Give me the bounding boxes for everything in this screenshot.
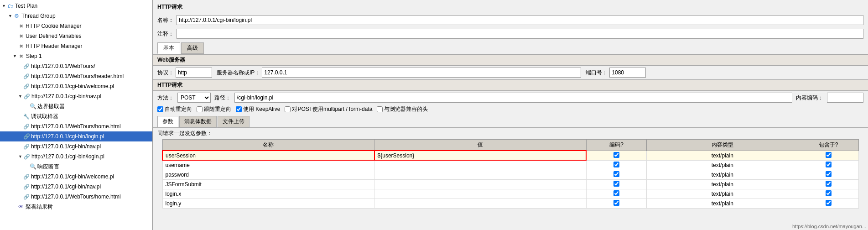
- sidebar-item-cookie[interactable]: ✖ HTTP Cookie Manager: [0, 21, 152, 31]
- checkbox-include-3[interactable]: [826, 181, 832, 187]
- sidebar-item-header[interactable]: ✖ HTTP Header Manager: [0, 41, 152, 51]
- sidebar-item-req11[interactable]: 🔗 http://127.0.0.1/WebTours/home.html: [0, 192, 152, 202]
- cell-name-3[interactable]: JSFormSubmit: [162, 179, 374, 189]
- sidebar-item-extractor[interactable]: 🔍 边界提取器: [0, 101, 152, 111]
- cell-name-0[interactable]: userSession: [162, 151, 374, 160]
- sidebar-item-req2[interactable]: 🔗 http://127.0.0.1/WebTours/header.html: [0, 71, 152, 81]
- method-select[interactable]: POST GET PUT DELETE: [177, 93, 211, 103]
- comment-input[interactable]: [177, 29, 863, 39]
- tab-advanced[interactable]: 高级: [181, 42, 204, 54]
- req9-icon: 🔗: [23, 173, 30, 180]
- sidebar-item-req6[interactable]: 🔗 http://127.0.0.1/cgi-bin/login.pl: [0, 131, 152, 141]
- sidebar-item-req3[interactable]: 🔗 http://127.0.0.1/cgi-bin/welcome.pl: [0, 81, 152, 91]
- checkbox-encoded-3[interactable]: [613, 181, 619, 187]
- sidebar-label-testplan: Test Plan: [15, 2, 37, 10]
- sidebar-item-step1[interactable]: ✖ Step 1: [0, 51, 152, 61]
- req1-icon: 🔗: [23, 63, 30, 70]
- tab-body-data[interactable]: 消息体数据: [179, 116, 217, 127]
- checkbox-auto-redirect[interactable]: [157, 106, 163, 112]
- thread-icon: ⚙: [13, 12, 21, 20]
- name-label: 名称：: [157, 16, 174, 24]
- sidebar-label-listener: 聚看结果树: [26, 203, 53, 211]
- checkbox-encoded-1[interactable]: [613, 162, 619, 167]
- port-input[interactable]: [609, 68, 646, 78]
- sidebar-label-step1: Step 1: [26, 52, 42, 60]
- checkbox-include-4[interactable]: [826, 190, 832, 196]
- sidebar-item-req8[interactable]: 🔗 http://127.0.0.1/cgi-bin/login.pl: [0, 152, 152, 162]
- checkbox-include-1[interactable]: [826, 162, 832, 167]
- server-input[interactable]: [262, 68, 581, 78]
- cell-name-1[interactable]: username: [162, 160, 374, 170]
- cell-name-2[interactable]: password: [162, 170, 374, 179]
- params-table: 名称 值 编码? 内容类型 包含于? userSession ${userSes…: [162, 139, 859, 209]
- table-row: login.y text/plain: [162, 199, 859, 208]
- checkbox-encoded-0[interactable]: [613, 152, 619, 158]
- protocol-input[interactable]: [176, 68, 212, 78]
- sidebar-item-listener[interactable]: 👁 聚看结果树: [0, 202, 152, 212]
- label-auto-redirect: 自动重定向: [165, 105, 192, 113]
- sidebar-item-debug[interactable]: 🔧 调试取样器: [0, 111, 152, 121]
- cookie-icon: ✖: [17, 22, 25, 30]
- tab-params[interactable]: 参数: [157, 116, 178, 127]
- checkbox-browser-compat[interactable]: [377, 106, 383, 112]
- debug-icon: 🔧: [23, 113, 30, 120]
- col-content-type: 内容类型: [647, 140, 798, 151]
- check-browser-compat: 与浏览器兼容的头: [377, 105, 428, 113]
- cell-include-4: [798, 189, 859, 199]
- sidebar-label-req9: http://127.0.0.1/cgi-bin/welcome.pl: [31, 172, 114, 181]
- sidebar-item-req7[interactable]: 🔗 http://127.0.0.1/cgi-bin/nav.pl: [0, 141, 152, 152]
- label-multipart: 对POST使用multipart / form-data: [292, 105, 372, 113]
- cell-value-0[interactable]: ${userSession}: [374, 151, 587, 160]
- sidebar-item-req1[interactable]: 🔗 http://127.0.0.1/WebTours/: [0, 61, 152, 71]
- cell-value-2[interactable]: [374, 170, 587, 179]
- checkbox-include-2[interactable]: [826, 171, 832, 177]
- req5-icon: 🔗: [23, 123, 30, 130]
- encoding-input[interactable]: [827, 93, 863, 103]
- sidebar-item-req9[interactable]: 🔗 http://127.0.0.1/cgi-bin/welcome.pl: [0, 172, 152, 182]
- cell-include-5: [798, 199, 859, 208]
- name-input[interactable]: [177, 15, 863, 25]
- cell-include-1: [798, 160, 859, 170]
- sidebar-item-req5[interactable]: 🔗 http://127.0.0.1/WebTours/home.html: [0, 121, 152, 131]
- sidebar-item-req10[interactable]: 🔗 http://127.0.0.1/cgi-bin/nav.pl: [0, 182, 152, 192]
- label-keepalive: 使用 KeepAlive: [243, 105, 280, 113]
- cell-value-5[interactable]: [374, 199, 587, 208]
- checkbox-encoded-4[interactable]: [613, 190, 619, 196]
- table-row: username text/plain: [162, 160, 859, 170]
- cell-value-3[interactable]: [374, 179, 587, 189]
- checkbox-include-5[interactable]: [826, 200, 832, 206]
- cell-include-2: [798, 170, 859, 179]
- checkbox-keepalive[interactable]: [236, 106, 242, 112]
- sidebar-label-header: HTTP Header Manager: [26, 42, 83, 50]
- checkbox-include-0[interactable]: [826, 152, 832, 158]
- http-request-row: 方法： POST GET PUT DELETE 路径： 内容编码：: [153, 91, 868, 105]
- label-browser-compat: 与浏览器兼容的头: [384, 105, 428, 113]
- checkbox-multipart[interactable]: [285, 106, 291, 112]
- cell-value-1[interactable]: [374, 160, 587, 170]
- sidebar-item-response[interactable]: 🔍 响应断言: [0, 162, 152, 172]
- checkbox-encoded-2[interactable]: [613, 171, 619, 177]
- cell-name-5[interactable]: login.y: [162, 199, 374, 208]
- port-label: 端口号：: [586, 69, 608, 77]
- cell-value-4[interactable]: [374, 189, 587, 199]
- req2-icon: 🔗: [23, 73, 30, 80]
- table-row: password text/plain: [162, 170, 859, 179]
- req11-icon: 🔗: [23, 193, 30, 200]
- sidebar-item-req4[interactable]: 🔗 http://127.0.0.1/cgi-bin/nav.pl: [0, 91, 152, 101]
- req8-icon: 🔗: [23, 153, 31, 160]
- cell-name-4[interactable]: login.x: [162, 189, 374, 199]
- method-label: 方法：: [157, 94, 174, 102]
- path-input[interactable]: [234, 93, 792, 103]
- checkbox-encoded-5[interactable]: [613, 200, 619, 206]
- protocol-field: 协议：: [157, 68, 212, 78]
- check-keepalive: 使用 KeepAlive: [236, 105, 280, 113]
- checkbox-follow-redirect[interactable]: [197, 106, 203, 112]
- sidebar-item-threadgroup[interactable]: ⚙ Thread Group: [0, 11, 152, 21]
- encoding-label: 内容编码：: [796, 94, 823, 102]
- tab-basic[interactable]: 基本: [157, 42, 180, 54]
- sidebar-item-testplan[interactable]: 🗂 Test Plan: [0, 1, 152, 11]
- cell-encoded-0: [586, 151, 647, 160]
- sidebar-label-req1: http://127.0.0.1/WebTours/: [31, 62, 95, 70]
- sidebar-item-uservars[interactable]: ✖ User Defined Variables: [0, 31, 152, 41]
- tab-file-upload[interactable]: 文件上传: [218, 116, 249, 127]
